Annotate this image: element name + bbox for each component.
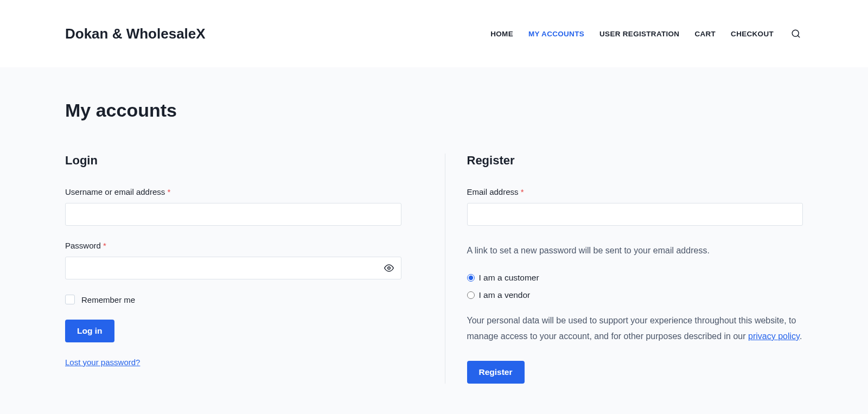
page-title: My accounts <box>65 100 803 121</box>
site-title: Dokan & WholesaleX <box>65 26 206 42</box>
main-nav: HOME MY ACCOUNTS USER REGISTRATION CART … <box>490 27 803 41</box>
privacy-text-2: . <box>800 332 802 341</box>
required-mark: * <box>521 187 524 196</box>
remember-me-checkbox[interactable] <box>65 295 75 304</box>
role-customer-radio[interactable] <box>467 274 475 282</box>
register-email-label-text: Email address <box>467 187 521 196</box>
register-email-label: Email address * <box>467 187 803 196</box>
register-section: Register Email address * A link to set a… <box>445 154 803 384</box>
privacy-policy-link[interactable]: privacy policy <box>748 332 800 341</box>
role-vendor-label[interactable]: I am a vendor <box>479 290 531 300</box>
nav-checkout[interactable]: CHECKOUT <box>731 30 774 38</box>
nav-home[interactable]: HOME <box>490 30 513 38</box>
required-mark: * <box>103 241 106 250</box>
role-vendor-radio[interactable] <box>467 291 475 299</box>
password-label-text: Password <box>65 241 103 250</box>
svg-point-2 <box>387 267 390 270</box>
password-input[interactable] <box>65 257 401 279</box>
toggle-password-visibility-button[interactable] <box>381 260 397 276</box>
nav-user-registration[interactable]: USER REGISTRATION <box>599 30 679 38</box>
register-email-input[interactable] <box>467 203 803 226</box>
main-content: My accounts Login Username or email addr… <box>0 67 868 414</box>
login-button[interactable]: Log in <box>65 320 114 342</box>
nav-cart[interactable]: CART <box>694 30 716 38</box>
role-customer-label[interactable]: I am a customer <box>479 273 539 283</box>
lost-password-link[interactable]: Lost your password? <box>65 358 140 367</box>
privacy-text-1: Your personal data will be used to suppo… <box>467 316 796 341</box>
role-radio-group: I am a customer I am a vendor <box>467 273 803 300</box>
password-label: Password * <box>65 241 401 250</box>
username-input[interactable] <box>65 203 401 226</box>
remember-me-label[interactable]: Remember me <box>81 295 135 304</box>
search-button[interactable] <box>789 27 803 41</box>
svg-line-1 <box>797 35 799 37</box>
register-info-text: A link to set a new password will be sen… <box>467 243 803 258</box>
register-heading: Register <box>467 154 803 168</box>
username-label: Username or email address * <box>65 187 401 196</box>
username-label-text: Username or email address <box>65 187 167 196</box>
privacy-text: Your personal data will be used to suppo… <box>467 313 803 345</box>
required-mark: * <box>167 187 170 196</box>
site-header: Dokan & WholesaleX HOME MY ACCOUNTS USER… <box>0 0 868 67</box>
login-section: Login Username or email address * Passwo… <box>65 154 445 384</box>
nav-my-accounts[interactable]: MY ACCOUNTS <box>528 30 584 38</box>
eye-icon <box>384 263 394 273</box>
search-icon <box>791 29 801 39</box>
account-columns: Login Username or email address * Passwo… <box>65 154 803 384</box>
login-heading: Login <box>65 154 401 168</box>
register-button[interactable]: Register <box>467 361 525 384</box>
